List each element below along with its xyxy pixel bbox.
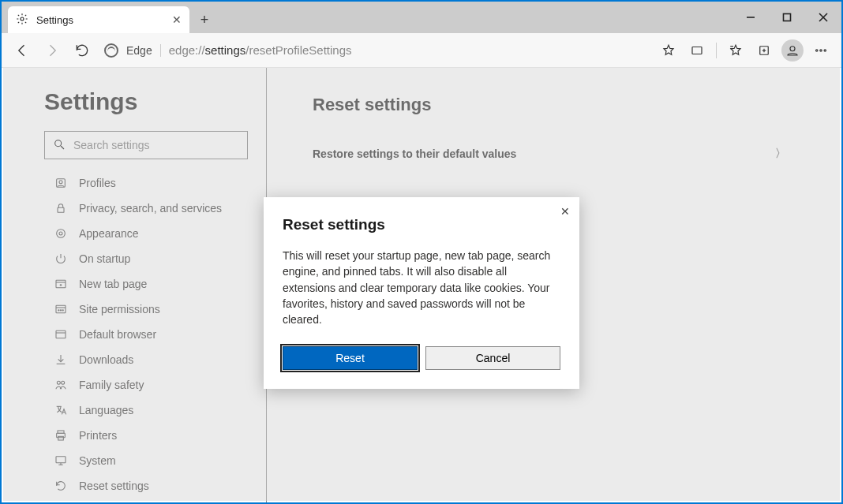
cancel-button[interactable]: Cancel bbox=[425, 346, 560, 370]
refresh-button[interactable] bbox=[68, 36, 96, 65]
svg-rect-5 bbox=[692, 47, 702, 54]
dialog-title: Reset settings bbox=[283, 216, 560, 233]
window-controls bbox=[732, 2, 841, 33]
profile-avatar[interactable] bbox=[778, 36, 807, 65]
back-button[interactable] bbox=[8, 36, 36, 65]
svg-point-0 bbox=[21, 17, 24, 21]
favorite-star-icon[interactable] bbox=[654, 36, 683, 65]
dialog-body: This will reset your startup page, new t… bbox=[283, 248, 560, 327]
tab-close-icon[interactable]: ✕ bbox=[172, 13, 182, 26]
maximize-button[interactable] bbox=[769, 2, 805, 33]
address-bar[interactable]: Edge edge://settings/resetProfileSetting… bbox=[98, 38, 653, 63]
gear-icon bbox=[16, 13, 28, 28]
browser-tab[interactable]: Settings ✕ bbox=[8, 6, 189, 33]
edge-logo-icon bbox=[104, 43, 118, 58]
svg-point-11 bbox=[790, 46, 795, 50]
url-text: edge://settings/resetProfileSettings bbox=[169, 43, 352, 57]
minimize-button[interactable] bbox=[732, 2, 769, 33]
collections-icon[interactable] bbox=[750, 36, 778, 65]
reset-settings-dialog: ✕ Reset settings This will reset your st… bbox=[264, 197, 579, 389]
reader-icon[interactable] bbox=[683, 36, 711, 65]
tab-title: Settings bbox=[36, 14, 73, 26]
svg-point-12 bbox=[816, 49, 818, 50]
dialog-close-icon[interactable]: ✕ bbox=[560, 205, 570, 218]
svg-rect-2 bbox=[784, 14, 791, 21]
browser-toolbar: Edge edge://settings/resetProfileSetting… bbox=[2, 33, 841, 68]
separator bbox=[716, 43, 717, 58]
toolbar-right bbox=[654, 36, 835, 65]
edge-label: Edge bbox=[126, 44, 161, 57]
forward-button bbox=[38, 36, 66, 65]
new-tab-button[interactable]: + bbox=[193, 6, 216, 33]
avatar-icon bbox=[781, 39, 804, 62]
reset-button[interactable]: Reset bbox=[283, 346, 418, 370]
favorites-list-icon[interactable] bbox=[721, 36, 750, 65]
modal-overlay: ✕ Reset settings This will reset your st… bbox=[3, 68, 840, 501]
svg-point-13 bbox=[820, 49, 822, 50]
svg-point-14 bbox=[824, 49, 826, 50]
dialog-buttons: Reset Cancel bbox=[283, 346, 560, 370]
close-window-button[interactable] bbox=[805, 2, 841, 33]
titlebar: Settings ✕ + bbox=[2, 2, 841, 33]
more-menu-icon[interactable] bbox=[807, 36, 835, 65]
